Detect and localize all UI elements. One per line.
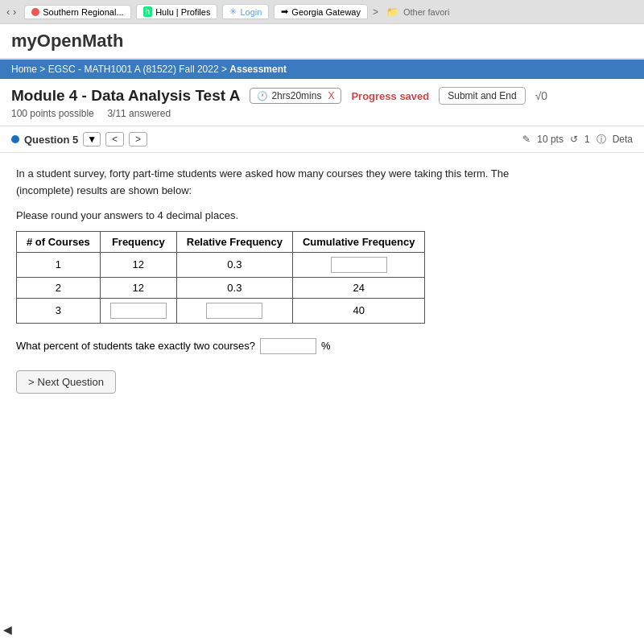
- redo-icon: ↺: [570, 134, 578, 145]
- browser-back[interactable]: ‹ ›: [6, 6, 16, 18]
- tab-georgia[interactable]: ➡ Georgia Gateway: [274, 4, 368, 19]
- question-text: In a student survey, forty part-time stu…: [16, 166, 628, 200]
- cell-courses-1: 1: [17, 252, 101, 277]
- question-text-line2: (incomplete) results are shown below:: [16, 184, 192, 196]
- app-header: myOpenMath: [0, 24, 644, 60]
- login-star-icon: ✳: [229, 6, 237, 17]
- col-header-relative: Relative Frequency: [176, 231, 292, 252]
- percent-question-label: What percent of students take exactly tw…: [16, 340, 255, 352]
- percent-symbol: %: [321, 340, 331, 352]
- table-row: 1 12 0.3: [17, 252, 425, 277]
- question-dot: [11, 135, 19, 143]
- col-header-courses: # of Courses: [17, 231, 101, 252]
- cell-freq-1: 12: [100, 252, 176, 277]
- bottom-area: [0, 407, 644, 644]
- question-bar: Question 5 ▼ < > ✎ 10 pts ↺ 1 ⓘ Deta: [0, 126, 644, 153]
- browser-tabs: ‹ › Southern Regional... h Hulu | Profil…: [0, 0, 644, 24]
- frequency-input-row3[interactable]: [110, 303, 167, 319]
- prev-question-button[interactable]: <: [105, 132, 124, 147]
- cell-freq-2: 12: [100, 277, 176, 298]
- assessment-title: Module 4 - Data Analysis Test A: [11, 87, 240, 105]
- round-note: Please round your answers to 4 decimal p…: [16, 209, 628, 221]
- answered-count: 3/11 answered: [107, 108, 171, 119]
- table-row: 3 40: [17, 298, 425, 323]
- tab-hulu[interactable]: h Hulu | Profiles: [136, 4, 218, 19]
- georgia-icon: ➡: [281, 6, 288, 17]
- pts-label: 10 pts: [537, 134, 564, 145]
- other-favorites-label: Other favori: [403, 7, 449, 17]
- points-possible: 100 points possible: [11, 108, 94, 119]
- breadcrumb-sep2: >: [221, 64, 227, 75]
- question-text-line1: In a student survey, forty part-time stu…: [16, 167, 509, 180]
- clock-icon: 🕐: [257, 91, 268, 101]
- relative-input-row3[interactable]: [206, 303, 262, 319]
- assessment-header: Module 4 - Data Analysis Test A 🕐 2hrs20…: [0, 79, 644, 126]
- sqrt-symbol: √0: [535, 89, 547, 102]
- cell-cum-2: 24: [292, 277, 424, 298]
- breadcrumb-home[interactable]: Home: [11, 64, 37, 75]
- breadcrumb-course[interactable]: EGSC - MATH1001 A (81522) Fall 2022: [48, 64, 219, 75]
- scroll-left-indicator: ◀: [3, 623, 12, 636]
- percent-question-row: What percent of students take exactly tw…: [16, 338, 628, 354]
- more-tabs-button[interactable]: >: [373, 6, 378, 18]
- cell-cum-3: 40: [292, 298, 424, 323]
- question-label: Question 5: [24, 134, 78, 146]
- breadcrumb-sep1: >: [39, 64, 45, 75]
- tab-login[interactable]: ✳ Login: [222, 4, 269, 19]
- next-question-button[interactable]: > Next Question: [16, 370, 116, 394]
- assessment-title-row: Module 4 - Data Analysis Test A 🕐 2hrs20…: [11, 87, 633, 105]
- question-selector: Question 5 ▼ < >: [11, 132, 147, 147]
- edit-icon: ✎: [522, 134, 530, 145]
- app-title: myOpenMath: [11, 31, 633, 52]
- cumulative-input-row1[interactable]: [331, 257, 387, 273]
- redo-count: 1: [584, 134, 590, 145]
- assessment-sub: 100 points possible 3/11 answered: [11, 108, 633, 119]
- tab-southern[interactable]: Southern Regional...: [24, 5, 130, 19]
- app-title-math: Math: [82, 31, 123, 51]
- timer-close-button[interactable]: X: [328, 90, 334, 101]
- percent-input[interactable]: [260, 338, 316, 354]
- folder-icon: 📁: [386, 6, 398, 18]
- tab-hulu-label: Hulu | Profiles: [155, 7, 210, 17]
- details-label: Deta: [613, 134, 633, 145]
- tab-login-label: Login: [240, 7, 262, 17]
- breadcrumb: Home > EGSC - MATH1001 A (81522) Fall 20…: [0, 60, 644, 79]
- cell-rel-3[interactable]: [176, 298, 292, 323]
- cell-cum-1[interactable]: [292, 252, 424, 277]
- pts-info: ✎ 10 pts ↺ 1 ⓘ Deta: [522, 133, 633, 147]
- cell-rel-2: 0.3: [176, 277, 292, 298]
- breadcrumb-current: Assessment: [229, 64, 287, 75]
- submit-end-button[interactable]: Submit and End: [439, 87, 525, 105]
- col-header-cumulative: Cumulative Frequency: [292, 231, 424, 252]
- main-content: In a student survey, forty part-time stu…: [0, 153, 644, 407]
- next-question-nav-button[interactable]: >: [129, 132, 147, 147]
- cell-rel-1: 0.3: [176, 252, 292, 277]
- timer-value: 2hrs20mins: [271, 90, 321, 101]
- timer-badge: 🕐 2hrs20mins X: [250, 88, 341, 104]
- hulu-icon: h: [143, 6, 153, 17]
- table-header-row: # of Courses Frequency Relative Frequenc…: [17, 231, 425, 252]
- cell-freq-3[interactable]: [100, 298, 176, 323]
- cell-courses-2: 2: [17, 277, 101, 298]
- cell-courses-3: 3: [17, 298, 101, 323]
- question-dropdown-button[interactable]: ▼: [83, 132, 101, 147]
- tab-georgia-label: Georgia Gateway: [291, 7, 361, 17]
- progress-saved-label: Progress saved: [351, 90, 429, 102]
- tab-southern-label: Southern Regional...: [43, 7, 123, 17]
- next-chevron-icon: >: [28, 376, 35, 388]
- info-icon: ⓘ: [597, 133, 606, 147]
- col-header-frequency: Frequency: [100, 231, 176, 252]
- frequency-table: # of Courses Frequency Relative Frequenc…: [16, 231, 425, 324]
- next-question-label: Next Question: [38, 376, 104, 388]
- app-title-open: Open: [37, 31, 82, 51]
- table-row: 2 12 0.3 24: [17, 277, 425, 298]
- southern-icon: [31, 8, 39, 16]
